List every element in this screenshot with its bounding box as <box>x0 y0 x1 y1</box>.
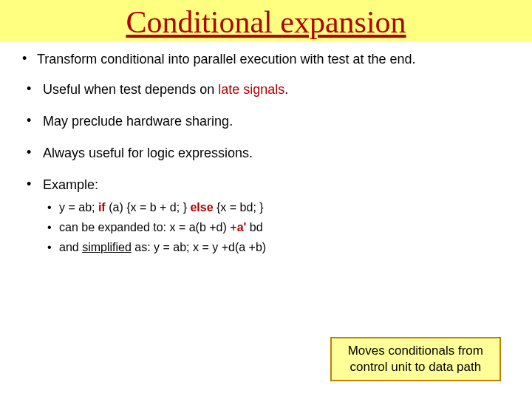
code-text: bd <box>246 221 262 233</box>
bullet-item: Transform conditional into parallel exec… <box>18 52 514 67</box>
slide-content: Transform conditional into parallel exec… <box>0 41 532 256</box>
bullet-item: Useful when test depends on late signals… <box>18 82 514 98</box>
title-band: Conditional expansion <box>0 0 532 41</box>
callout-line: Moves conditionals from <box>348 344 483 358</box>
bullet-item: May preclude hardware sharing. <box>18 114 514 129</box>
highlight-text: late signals <box>218 82 284 97</box>
sub-bullet-item: y = ab; if (a) {x = b + d; } else {x = b… <box>43 199 514 216</box>
bullet-text: Always useful for logic expressions. <box>43 146 253 160</box>
bullet-item: Always useful for logic expressions. <box>18 146 514 161</box>
bullet-text: May preclude hardware sharing. <box>43 114 233 129</box>
code-text: can be expanded to: x = a(b +d) + <box>59 221 237 233</box>
code-text: (a) {x = b + d; } <box>106 201 191 214</box>
bullet-text: Transform conditional into parallel exec… <box>37 52 416 66</box>
bullet-text: Example: <box>43 177 98 192</box>
underline-text: simplified <box>82 241 132 253</box>
sub-bullet-item: can be expanded to: x = a(b +d) +a' bd <box>43 219 514 236</box>
bullet-text: . <box>284 82 288 97</box>
keyword-if: if <box>98 201 106 214</box>
code-text: and <box>59 241 82 253</box>
code-text: y = ab; <box>59 201 98 214</box>
sub-bullet-item: and simplified as: y = ab; x = y +d(a +b… <box>43 239 514 256</box>
bullet-item-example: Example: y = ab; if (a) {x = b + d; } el… <box>18 177 514 256</box>
callout-box: Moves conditionals from control unit to … <box>330 337 501 381</box>
sub-bullet-list: y = ab; if (a) {x = b + d; } else {x = b… <box>43 199 514 256</box>
bullet-text: Useful when test depends on <box>43 82 218 97</box>
slide-title: Conditional expansion <box>126 5 406 39</box>
code-text: as: y = ab; x = y +d(a +b) <box>132 241 266 253</box>
code-text: {x = bd; } <box>214 201 264 214</box>
keyword-anot: a' <box>237 221 247 233</box>
bullet-list: Transform conditional into parallel exec… <box>18 52 514 256</box>
callout-line: control unit to data path <box>350 360 482 374</box>
keyword-else: else <box>190 201 213 214</box>
